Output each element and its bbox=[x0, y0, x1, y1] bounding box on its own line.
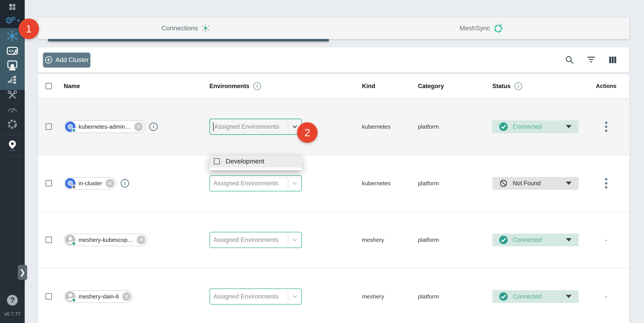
active-tab-indicator bbox=[48, 39, 329, 41]
option-checkbox[interactable] bbox=[214, 158, 220, 164]
status-label: Connected bbox=[513, 123, 566, 130]
row-checkbox[interactable] bbox=[46, 123, 52, 130]
connection-name: in-cluster bbox=[78, 180, 102, 187]
mesh-network-icon bbox=[6, 30, 18, 42]
table-row: meshery-kubescop… ✕ Assigned Environment… bbox=[38, 212, 629, 268]
status-label: Not Found bbox=[513, 180, 566, 187]
kind-cell: kubernetes bbox=[353, 123, 409, 130]
location-pin-icon bbox=[7, 139, 18, 152]
connection-chip[interactable]: meshery-dain-6 ✕ bbox=[64, 290, 133, 303]
kubernetes-icon: ☸ bbox=[65, 178, 76, 189]
select-divider bbox=[288, 122, 288, 132]
add-cluster-button[interactable]: Add Cluster bbox=[43, 53, 90, 67]
select-all-checkbox[interactable] bbox=[46, 83, 52, 89]
tabs-bar: Connections MeshSync bbox=[38, 17, 629, 39]
search-icon[interactable] bbox=[565, 55, 574, 65]
gauge-icon bbox=[6, 103, 18, 114]
chevron-down-icon[interactable] bbox=[291, 180, 298, 187]
sidebar-item-toolkit[interactable] bbox=[0, 89, 25, 101]
dropdown-option-development[interactable]: Development bbox=[210, 155, 302, 167]
chevron-down-icon[interactable] bbox=[291, 123, 298, 130]
mesh-donut-icon bbox=[7, 119, 18, 130]
sidebar-expand-button[interactable]: ❯ bbox=[18, 265, 27, 280]
sidebar-item-adapters[interactable]: <> bbox=[0, 45, 25, 57]
actions-empty: - bbox=[605, 236, 607, 243]
table-header: Name Environments i Kind Category Status… bbox=[38, 74, 629, 99]
table-row: ☸ in-cluster ✕ i Assigned Environments k… bbox=[38, 155, 629, 212]
screen-user-icon bbox=[6, 60, 18, 71]
category-cell: platform bbox=[409, 180, 482, 187]
remove-connection-icon[interactable]: ✕ bbox=[134, 122, 143, 131]
connection-info-icon[interactable]: i bbox=[149, 123, 158, 131]
tab-meshsync[interactable]: MeshSync bbox=[334, 17, 629, 39]
header-actions: Actions bbox=[596, 83, 616, 89]
connection-info-icon[interactable]: i bbox=[121, 179, 129, 188]
help-button[interactable]: ? bbox=[7, 295, 18, 306]
environments-select[interactable]: Assigned Environments bbox=[210, 232, 302, 248]
table-row: ☸ kubernetes-admin… ✕ i Assigned Environ… bbox=[38, 99, 629, 155]
sidebar-item-performance[interactable] bbox=[0, 102, 25, 115]
filter-icon[interactable] bbox=[586, 55, 596, 65]
status-badge[interactable]: Connected bbox=[492, 120, 578, 133]
connections-mesh-icon bbox=[201, 24, 210, 33]
table-toolbar: Add Cluster bbox=[38, 47, 629, 73]
status-badge[interactable]: Connected bbox=[492, 290, 578, 303]
sidebar-item-remote-sessions[interactable] bbox=[0, 59, 25, 72]
tab-connections[interactable]: Connections bbox=[38, 17, 334, 39]
row-checkbox[interactable] bbox=[46, 180, 52, 186]
row-checkbox[interactable] bbox=[46, 293, 52, 300]
category-cell: platform bbox=[409, 237, 482, 243]
dashboard-icon[interactable] bbox=[0, 1, 25, 13]
environments-select[interactable]: Assigned Environments bbox=[210, 119, 302, 135]
connection-name: meshery-dain-6 bbox=[78, 293, 119, 300]
sidebar-item-get-involved[interactable] bbox=[0, 139, 25, 152]
header-name: Name bbox=[64, 83, 80, 90]
check-circle-icon bbox=[499, 236, 508, 244]
header-kind: Kind bbox=[362, 83, 375, 90]
environments-select[interactable]: Assigned Environments bbox=[210, 175, 302, 191]
connections-table: Name Environments i Kind Category Status… bbox=[38, 74, 629, 323]
connection-name: meshery-kubescop… bbox=[78, 237, 133, 243]
row-actions-menu[interactable] bbox=[604, 120, 608, 133]
gear-small-icon: ⚙ bbox=[11, 16, 16, 22]
status-dot-connected bbox=[72, 298, 76, 302]
status-label: Connected bbox=[513, 293, 566, 300]
remove-connection-icon[interactable]: ✕ bbox=[137, 235, 146, 244]
info-icon[interactable]: i bbox=[514, 82, 522, 90]
status-dot-connected bbox=[72, 128, 76, 133]
view-columns-icon[interactable] bbox=[608, 55, 617, 65]
status-badge[interactable]: Not Found bbox=[492, 177, 578, 190]
row-actions-menu[interactable] bbox=[604, 177, 608, 190]
status-dot-connected bbox=[72, 241, 76, 246]
plus-circle-icon bbox=[44, 56, 53, 64]
row-checkbox[interactable] bbox=[46, 237, 52, 243]
remove-connection-icon[interactable]: ✕ bbox=[106, 179, 114, 188]
code-wrench-icon: <> bbox=[6, 45, 18, 57]
info-icon[interactable]: i bbox=[253, 82, 261, 90]
meshery-connections-screen: ⚙ ⚙ ▾ <> bbox=[0, 0, 644, 323]
sidebar-item-service-mesh[interactable] bbox=[0, 118, 25, 130]
environments-select[interactable]: Assigned Environments bbox=[210, 288, 302, 305]
category-cell: platform bbox=[409, 293, 482, 300]
dropdown-arrow-icon bbox=[566, 182, 572, 185]
status-badge[interactable]: Connected bbox=[492, 234, 578, 246]
table-row: meshery-dain-6 ✕ Assigned Environments m… bbox=[38, 268, 629, 323]
connection-chip[interactable]: meshery-kubescop… ✕ bbox=[64, 234, 148, 246]
add-cluster-label: Add Cluster bbox=[56, 56, 88, 64]
remove-connection-icon[interactable]: ✕ bbox=[122, 292, 131, 301]
check-circle-icon bbox=[499, 292, 508, 301]
crossed-wrenches-icon bbox=[6, 89, 18, 101]
question-mark-icon: ? bbox=[10, 296, 14, 304]
connection-chip[interactable]: ☸ kubernetes-admin… ✕ bbox=[64, 121, 145, 133]
environments-placeholder: Assigned Environments bbox=[214, 236, 288, 243]
connection-chip[interactable]: ☸ in-cluster ✕ bbox=[64, 177, 116, 189]
chevron-down-icon[interactable] bbox=[291, 293, 298, 300]
environments-placeholder: Assigned Environments bbox=[214, 123, 288, 130]
dropdown-arrow-icon bbox=[566, 295, 572, 298]
chevron-down-icon[interactable] bbox=[291, 236, 298, 243]
status-dot-disconnected bbox=[72, 185, 76, 189]
dropdown-arrow-icon bbox=[566, 238, 572, 241]
kubernetes-icon: ☸ bbox=[65, 122, 76, 132]
sidebar-item-designs[interactable] bbox=[0, 74, 25, 86]
option-label: Development bbox=[226, 157, 264, 165]
